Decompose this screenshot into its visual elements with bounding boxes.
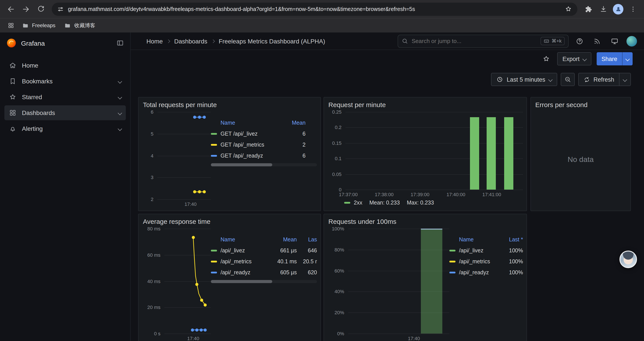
legend-scrollbar[interactable] — [211, 163, 317, 166]
bar-chart[interactable]: 0.250.20.150.10.050 17:37:0017:38:0017:3… — [328, 112, 523, 197]
share-caret-button[interactable] — [622, 52, 632, 65]
series-color-chip — [211, 144, 217, 146]
zoom-out-button[interactable] — [560, 73, 574, 86]
site-info-icon[interactable] — [57, 6, 64, 13]
legend-col-name[interactable]: Name — [459, 236, 500, 242]
bell-icon — [9, 125, 17, 133]
panel-requests-under-100ms[interactable]: Requests under 100ms 100%80%60%40%20%0% … — [324, 214, 527, 341]
legend-row: /api/_readyz 605 µs 620 — [211, 267, 317, 278]
breadcrumb-home[interactable]: Home — [146, 38, 163, 45]
timeseries-chart[interactable]: 80 ms60 ms40 ms20 ms0 s 17:40 — [142, 229, 211, 341]
chevron-down-icon[interactable] — [118, 79, 122, 83]
legend-col-name[interactable]: Name — [220, 120, 284, 126]
breadcrumb-current: Freeleaps Metrics Dashboard (ALPHA) — [219, 38, 325, 45]
help-icon[interactable] — [574, 35, 585, 47]
series-color-chip — [211, 249, 217, 251]
scrollbar-thumb[interactable] — [211, 163, 272, 166]
sidebar-item-home[interactable]: Home — [4, 58, 126, 73]
user-avatar[interactable] — [626, 36, 637, 46]
panel-title[interactable]: Request per minute — [324, 97, 526, 109]
address-bar[interactable]: grafana.mathmast.com/d/deytv4rwavabkb/fr… — [52, 3, 577, 16]
series-color-chip — [449, 249, 456, 251]
search-shortcut: ⌘+k — [540, 37, 565, 45]
sidebar-item-starred[interactable]: Starred — [4, 90, 126, 104]
legend-col-last[interactable]: Las — [300, 236, 317, 242]
legend-col-last[interactable]: Last * — [504, 236, 523, 242]
profile-avatar[interactable] — [612, 3, 625, 16]
chevron-right-icon — [211, 39, 215, 43]
plot-area[interactable] — [164, 229, 211, 333]
downloads-icon[interactable] — [597, 3, 610, 16]
refresh-button[interactable]: Refresh — [578, 73, 620, 86]
timeseries-chart[interactable]: 65432 17:40 — [142, 112, 211, 207]
series-legend-item[interactable]: 2xx — [344, 200, 362, 206]
series-name[interactable]: /api/_livez — [459, 247, 500, 253]
panel-average-response-time[interactable]: Average response time 80 ms60 ms40 ms20 … — [138, 214, 321, 341]
series-name[interactable]: /api/_metrics — [220, 258, 268, 264]
browser-toolbar: grafana.mathmast.com/d/deytv4rwavabkb/fr… — [0, 0, 644, 18]
legend-row: /api/_readyz 100% — [449, 267, 523, 278]
grafana-logo-icon[interactable] — [6, 38, 17, 48]
series-name[interactable]: /api/_readyz — [220, 269, 268, 275]
share-button[interactable]: Share — [597, 52, 622, 65]
forward-button[interactable] — [19, 3, 32, 16]
chevron-down-icon[interactable] — [118, 111, 122, 115]
legend-col-mean[interactable]: Mean — [271, 236, 297, 242]
panel-request-per-minute[interactable]: Request per minute 0.250.20.150.10.050 1… — [324, 97, 527, 211]
scrollbar-thumb[interactable] — [211, 280, 272, 283]
chevron-down-icon[interactable] — [118, 126, 122, 131]
x-axis: 17:40 — [348, 333, 449, 341]
reload-button[interactable] — [34, 3, 47, 16]
favorite-star-icon[interactable] — [540, 53, 552, 65]
legend-col-mean[interactable]: Mean — [288, 120, 306, 126]
series-name[interactable]: /api/_livez — [220, 247, 268, 253]
legend-scrollbar[interactable] — [211, 280, 317, 283]
breadcrumb-dashboards[interactable]: Dashboards — [174, 38, 207, 45]
plot-area[interactable] — [158, 112, 211, 199]
series-name[interactable]: /api/_metrics — [459, 258, 500, 264]
plot-area[interactable] — [348, 229, 449, 333]
star-icon — [9, 93, 17, 101]
chevron-down-icon — [582, 57, 587, 61]
panel-title[interactable]: Total requests per minute — [138, 97, 320, 109]
bookmark-folder-freeleaps[interactable]: Freeleaps — [18, 20, 59, 31]
series-name[interactable]: GET /api/_livez — [220, 131, 284, 137]
bookmark-folder-blogs[interactable]: 收藏博客 — [61, 20, 99, 31]
dock-sidebar-icon[interactable] — [116, 39, 124, 47]
bookmark-star-icon[interactable] — [565, 5, 572, 13]
refresh-icon — [583, 76, 590, 83]
panel-title[interactable]: Average response time — [138, 214, 320, 226]
sidebar-item-dashboards[interactable]: Dashboards — [4, 105, 126, 120]
legend-col-name[interactable]: Name — [220, 236, 268, 242]
series-name[interactable]: GET /api/_readyz — [220, 153, 284, 159]
time-range-picker[interactable]: Last 5 minutes — [491, 73, 557, 86]
back-button[interactable] — [4, 3, 18, 16]
bookmarks-bar: Freeleaps 收藏博客 — [0, 18, 644, 33]
chevron-down-icon[interactable] — [118, 95, 122, 99]
series-mean: 2 — [288, 142, 306, 148]
plot-area[interactable] — [346, 112, 523, 190]
sidebar-item-bookmarks[interactable]: Bookmarks — [4, 74, 126, 89]
menu-kebab-icon[interactable] — [626, 3, 640, 16]
panel-title[interactable]: Errors per second — [531, 97, 630, 109]
series-name[interactable]: GET /api/_metrics — [220, 142, 284, 148]
news-rss-icon[interactable] — [592, 35, 603, 47]
url-text[interactable]: grafana.mathmast.com/d/deytv4rwavabkb/fr… — [68, 6, 561, 12]
bar-chart[interactable]: 100%80%60%40%20%0% 17:40 — [328, 229, 449, 341]
grafana-app: Grafana Home Bookmarks Starred — [0, 33, 644, 341]
panel-errors-per-second[interactable]: Errors per second No data — [530, 97, 631, 211]
search-box[interactable]: ⌘+k — [398, 35, 568, 48]
apps-grid-icon[interactable] — [5, 20, 17, 31]
legend-row: /api/_livez 100% — [449, 245, 523, 256]
panel-title[interactable]: Requests under 100ms — [324, 214, 526, 226]
refresh-interval-caret[interactable] — [620, 73, 631, 86]
legend-row: GET /api/_metrics 2 — [211, 139, 317, 150]
search-input[interactable] — [412, 38, 537, 44]
floating-assistant-avatar[interactable] — [620, 251, 637, 268]
series-name[interactable]: /api/_readyz — [459, 269, 500, 275]
export-button[interactable]: Export — [557, 52, 592, 65]
extensions-icon[interactable] — [582, 3, 595, 16]
sidebar-item-alerting[interactable]: Alerting — [4, 121, 126, 136]
panel-total-requests[interactable]: Total requests per minute 65432 17:40 Na… — [138, 97, 321, 211]
kiosk-monitor-icon[interactable] — [609, 35, 620, 47]
